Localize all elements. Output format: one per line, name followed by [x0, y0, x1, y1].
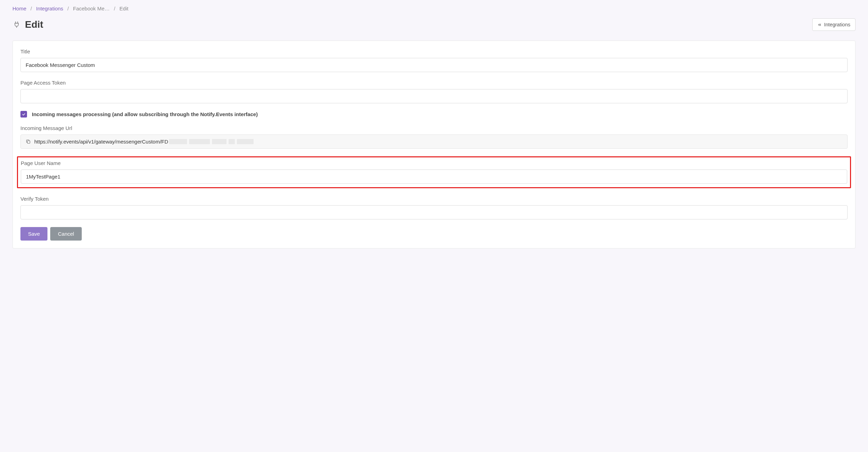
incoming-url-label: Incoming Message Url	[20, 125, 848, 131]
breadcrumb-separator: /	[68, 6, 69, 11]
back-integrations-button[interactable]: Integrations	[812, 18, 856, 31]
breadcrumb-integrations[interactable]: Integrations	[36, 6, 63, 11]
breadcrumb: Home / Integrations / Facebook Me… / Edi…	[12, 3, 856, 18]
redacted-url-suffix	[169, 139, 254, 144]
verify-token-input[interactable]	[20, 205, 848, 219]
incoming-checkbox[interactable]	[20, 111, 27, 118]
title-input[interactable]	[20, 58, 848, 72]
plug-icon	[12, 20, 21, 29]
page-user-name-highlight: Page User Name	[17, 156, 851, 188]
incoming-url-box: https://notify.events/api/v1/gateway/mes…	[20, 134, 848, 149]
incoming-checkbox-label: Incoming messages processing (and allow …	[32, 111, 258, 117]
chevrons-left-icon	[817, 23, 822, 27]
copy-icon[interactable]	[26, 139, 31, 144]
page-access-token-input[interactable]	[20, 89, 848, 103]
page-header: Edit Integrations	[12, 18, 856, 31]
verify-token-label: Verify Token	[20, 196, 848, 202]
page-user-name-label: Page User Name	[21, 160, 847, 166]
incoming-url-value: https://notify.events/api/v1/gateway/mes…	[34, 139, 168, 145]
form-card: Title Page Access Token Incoming message…	[12, 41, 856, 249]
breadcrumb-home[interactable]: Home	[12, 6, 26, 11]
breadcrumb-separator: /	[114, 6, 115, 11]
page-access-token-label: Page Access Token	[20, 80, 848, 86]
check-icon	[21, 112, 26, 116]
breadcrumb-separator: /	[30, 6, 32, 11]
title-label: Title	[20, 49, 848, 54]
page-user-name-input[interactable]	[21, 170, 847, 184]
breadcrumb-provider: Facebook Me…	[73, 6, 110, 11]
svg-rect-0	[27, 141, 30, 144]
back-button-label: Integrations	[824, 22, 850, 27]
page-title: Edit	[25, 19, 43, 30]
breadcrumb-current: Edit	[119, 6, 129, 11]
cancel-button[interactable]: Cancel	[50, 227, 82, 241]
save-button[interactable]: Save	[20, 227, 47, 241]
